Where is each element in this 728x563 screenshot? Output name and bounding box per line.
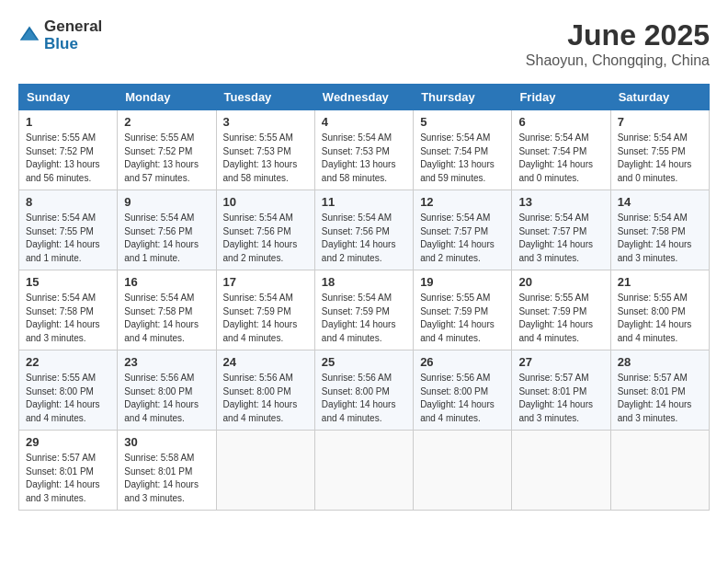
calendar-cell: 22Sunrise: 5:55 AMSunset: 8:00 PMDayligh… (19, 350, 118, 431)
calendar-cell: 25Sunrise: 5:56 AMSunset: 8:00 PMDayligh… (314, 350, 413, 431)
day-info: Sunrise: 5:56 AMSunset: 8:00 PMDaylight:… (223, 372, 308, 425)
calendar-cell: 3Sunrise: 5:55 AMSunset: 7:53 PMDaylight… (216, 110, 314, 190)
day-info: Sunrise: 5:54 AMSunset: 7:56 PMDaylight:… (322, 212, 406, 265)
title-block: June 2025 Shaoyun, Chongqing, China (526, 18, 710, 69)
day-info: Sunrise: 5:54 AMSunset: 7:59 PMDaylight:… (223, 292, 308, 345)
calendar-cell: 17Sunrise: 5:54 AMSunset: 7:59 PMDayligh… (216, 270, 314, 350)
day-number: 17 (223, 275, 308, 289)
day-info: Sunrise: 5:54 AMSunset: 7:58 PMDaylight:… (618, 212, 702, 265)
calendar-cell: 15Sunrise: 5:54 AMSunset: 7:58 PMDayligh… (19, 270, 118, 350)
day-info: Sunrise: 5:55 AMSunset: 7:53 PMDaylight:… (223, 132, 308, 185)
day-info: Sunrise: 5:57 AMSunset: 8:01 PMDaylight:… (518, 372, 603, 425)
day-info: Sunrise: 5:54 AMSunset: 7:58 PMDaylight:… (26, 292, 110, 345)
weekday-header-wednesday: Wednesday (314, 85, 413, 110)
day-info: Sunrise: 5:55 AMSunset: 7:52 PMDaylight:… (26, 132, 110, 185)
day-info: Sunrise: 5:56 AMSunset: 8:00 PMDaylight:… (124, 372, 209, 425)
calendar-cell: 10Sunrise: 5:54 AMSunset: 7:56 PMDayligh… (216, 190, 314, 270)
logo: General Blue (18, 18, 102, 52)
calendar-cell: 5Sunrise: 5:54 AMSunset: 7:54 PMDaylight… (414, 110, 512, 190)
day-number: 19 (420, 275, 505, 289)
month-year: June 2025 (526, 18, 710, 52)
weekday-header-tuesday: Tuesday (216, 85, 314, 110)
day-number: 28 (618, 355, 702, 369)
calendar-cell (414, 431, 512, 511)
logo-blue: Blue (44, 36, 102, 53)
calendar-cell: 11Sunrise: 5:54 AMSunset: 7:56 PMDayligh… (314, 190, 413, 270)
calendar-cell: 21Sunrise: 5:55 AMSunset: 8:00 PMDayligh… (610, 270, 709, 350)
day-info: Sunrise: 5:54 AMSunset: 7:55 PMDaylight:… (618, 132, 702, 185)
calendar-cell: 16Sunrise: 5:54 AMSunset: 7:58 PMDayligh… (118, 270, 216, 350)
day-number: 7 (618, 115, 702, 129)
logo-general: General (44, 18, 102, 36)
day-number: 14 (618, 195, 702, 209)
calendar-cell: 12Sunrise: 5:54 AMSunset: 7:57 PMDayligh… (414, 190, 512, 270)
day-number: 21 (618, 275, 702, 289)
calendar-cell: 9Sunrise: 5:54 AMSunset: 7:56 PMDaylight… (118, 190, 216, 270)
day-number: 4 (322, 115, 406, 129)
day-number: 24 (223, 355, 308, 369)
day-info: Sunrise: 5:54 AMSunset: 7:54 PMDaylight:… (518, 132, 603, 185)
calendar-cell (512, 431, 610, 511)
day-number: 20 (518, 275, 603, 289)
day-info: Sunrise: 5:54 AMSunset: 7:57 PMDaylight:… (420, 212, 505, 265)
day-info: Sunrise: 5:54 AMSunset: 7:56 PMDaylight:… (124, 212, 209, 265)
day-number: 26 (420, 355, 505, 369)
calendar-cell: 30Sunrise: 5:58 AMSunset: 8:01 PMDayligh… (118, 431, 216, 511)
page-header: General Blue June 2025 Shaoyun, Chongqin… (18, 18, 710, 69)
calendar-cell: 23Sunrise: 5:56 AMSunset: 8:00 PMDayligh… (118, 350, 216, 431)
day-info: Sunrise: 5:57 AMSunset: 8:01 PMDaylight:… (26, 452, 110, 505)
day-number: 9 (124, 195, 209, 209)
calendar-cell: 27Sunrise: 5:57 AMSunset: 8:01 PMDayligh… (512, 350, 610, 431)
day-info: Sunrise: 5:54 AMSunset: 7:57 PMDaylight:… (518, 212, 603, 265)
day-number: 22 (26, 355, 110, 369)
day-info: Sunrise: 5:54 AMSunset: 7:56 PMDaylight:… (223, 212, 308, 265)
calendar-week-row: 22Sunrise: 5:55 AMSunset: 8:00 PMDayligh… (19, 350, 710, 431)
weekday-header-thursday: Thursday (414, 85, 512, 110)
day-number: 13 (518, 195, 603, 209)
weekday-header-monday: Monday (118, 85, 216, 110)
calendar-cell: 4Sunrise: 5:54 AMSunset: 7:53 PMDaylight… (314, 110, 413, 190)
calendar-cell: 2Sunrise: 5:55 AMSunset: 7:52 PMDaylight… (118, 110, 216, 190)
calendar-cell (314, 431, 413, 511)
weekday-header-sunday: Sunday (19, 85, 118, 110)
calendar-cell: 18Sunrise: 5:54 AMSunset: 7:59 PMDayligh… (314, 270, 413, 350)
calendar-cell: 13Sunrise: 5:54 AMSunset: 7:57 PMDayligh… (512, 190, 610, 270)
day-number: 1 (26, 115, 110, 129)
calendar-cell: 8Sunrise: 5:54 AMSunset: 7:55 PMDaylight… (19, 190, 118, 270)
day-number: 27 (518, 355, 603, 369)
calendar-cell: 7Sunrise: 5:54 AMSunset: 7:55 PMDaylight… (610, 110, 709, 190)
day-number: 30 (124, 435, 209, 449)
day-number: 29 (26, 435, 110, 449)
day-number: 18 (322, 275, 406, 289)
calendar-cell: 14Sunrise: 5:54 AMSunset: 7:58 PMDayligh… (610, 190, 709, 270)
day-number: 6 (518, 115, 603, 129)
day-info: Sunrise: 5:56 AMSunset: 8:00 PMDaylight:… (420, 372, 505, 425)
calendar-cell (216, 431, 314, 511)
day-number: 16 (124, 275, 209, 289)
day-info: Sunrise: 5:55 AMSunset: 7:59 PMDaylight:… (518, 292, 603, 345)
day-number: 12 (420, 195, 505, 209)
calendar-cell: 19Sunrise: 5:55 AMSunset: 7:59 PMDayligh… (414, 270, 512, 350)
calendar-header-row: SundayMondayTuesdayWednesdayThursdayFrid… (19, 85, 710, 110)
calendar-cell: 26Sunrise: 5:56 AMSunset: 8:00 PMDayligh… (414, 350, 512, 431)
day-number: 11 (322, 195, 406, 209)
day-number: 2 (124, 115, 209, 129)
calendar-cell: 24Sunrise: 5:56 AMSunset: 8:00 PMDayligh… (216, 350, 314, 431)
day-number: 3 (223, 115, 308, 129)
calendar-week-row: 8Sunrise: 5:54 AMSunset: 7:55 PMDaylight… (19, 190, 710, 270)
weekday-header-friday: Friday (512, 85, 610, 110)
calendar-cell: 29Sunrise: 5:57 AMSunset: 8:01 PMDayligh… (19, 431, 118, 511)
day-info: Sunrise: 5:56 AMSunset: 8:00 PMDaylight:… (322, 372, 406, 425)
calendar-cell (610, 431, 709, 511)
day-number: 23 (124, 355, 209, 369)
calendar-cell: 28Sunrise: 5:57 AMSunset: 8:01 PMDayligh… (610, 350, 709, 431)
day-info: Sunrise: 5:54 AMSunset: 7:58 PMDaylight:… (124, 292, 209, 345)
day-info: Sunrise: 5:55 AMSunset: 7:52 PMDaylight:… (124, 132, 209, 185)
calendar-week-row: 1Sunrise: 5:55 AMSunset: 7:52 PMDaylight… (19, 110, 710, 190)
day-info: Sunrise: 5:55 AMSunset: 7:59 PMDaylight:… (420, 292, 505, 345)
day-info: Sunrise: 5:58 AMSunset: 8:01 PMDaylight:… (124, 452, 209, 505)
weekday-header-saturday: Saturday (610, 85, 709, 110)
calendar-cell: 6Sunrise: 5:54 AMSunset: 7:54 PMDaylight… (512, 110, 610, 190)
calendar-week-row: 15Sunrise: 5:54 AMSunset: 7:58 PMDayligh… (19, 270, 710, 350)
calendar-cell: 20Sunrise: 5:55 AMSunset: 7:59 PMDayligh… (512, 270, 610, 350)
